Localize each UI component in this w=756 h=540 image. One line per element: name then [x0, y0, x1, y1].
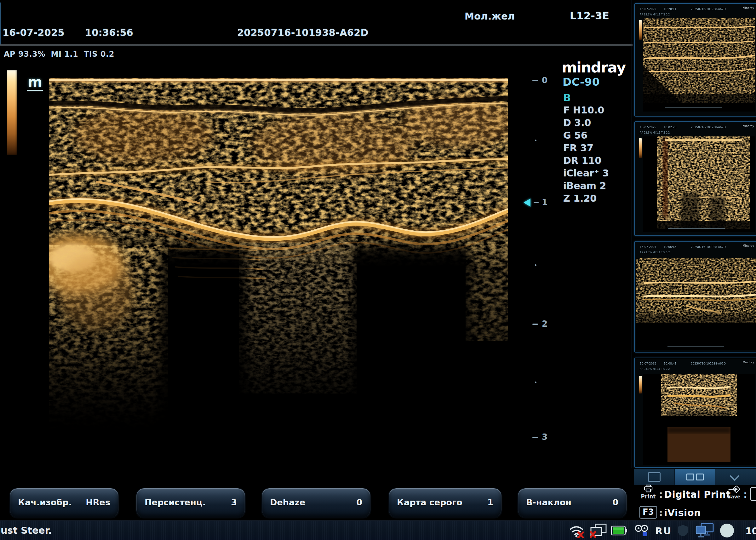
softkey-dehaze[interactable]: Dehaze 0	[261, 488, 371, 518]
thermal-index: TIS 0.2	[84, 50, 114, 59]
param-ibeam: iBeam 2	[563, 180, 609, 192]
thumb-date: 16-07-2025	[640, 362, 656, 365]
softkey-b-steer[interactable]: В-наклон 0	[517, 488, 627, 518]
thumb-brand: Mindray	[743, 124, 754, 128]
save-icon	[728, 485, 740, 493]
softkey-value: 1	[487, 488, 493, 517]
screen-edge-accent	[0, 3, 1, 46]
thumb-image	[643, 374, 755, 465]
keyboard-layout-indicator[interactable]: RU	[655, 525, 672, 537]
separator: :	[659, 489, 663, 500]
thumb-brand: Mindray	[743, 244, 754, 247]
thumb-colormap	[639, 138, 642, 158]
thumbnail-panel-divider	[632, 0, 632, 468]
thumb-id: 20250716-101938-A62D	[691, 8, 726, 11]
thumb-id: 20250716-101938-A62D	[691, 245, 726, 249]
thumb-date: 16-07-2025	[640, 245, 656, 249]
wifi-disconnected-icon	[569, 524, 584, 538]
ultrasound-image[interactable]	[49, 78, 508, 435]
save-key-label: Save	[726, 494, 742, 500]
thumb-acoustic: AP 93.3% MI 1.1 TIS 0.2	[640, 13, 670, 16]
softkey-label: Карта серого	[397, 488, 462, 517]
f3-key[interactable]: F3	[639, 506, 657, 519]
colormap-bar	[7, 70, 17, 155]
ruler-tick-0	[532, 80, 538, 81]
param-gain: G 56	[563, 129, 609, 142]
thumbnail-layout-tabs	[634, 469, 756, 485]
tab-single-view[interactable]	[634, 469, 675, 485]
dual-frame-icon	[687, 473, 694, 480]
ruler-label-0: 0	[542, 76, 548, 84]
thumb-brand: Mindray	[743, 6, 754, 9]
depth-ruler: 0 1 2 3	[523, 66, 564, 466]
clock: 10	[745, 525, 756, 537]
thumb-brand: Mindray	[743, 361, 754, 364]
thumb-time: 10:28:11	[664, 8, 676, 11]
thumb-image	[643, 18, 755, 111]
ultrasound-screen: Мол.жел L12-3E 16-07-2025 10:36:56 20250…	[0, 0, 756, 540]
brand-logo: mindray	[562, 59, 625, 76]
cine-record-icon	[634, 524, 650, 537]
acoustic-output-readout: AP 93.3% MI 1.1 TIS 0.2	[4, 50, 114, 59]
mechanical-index: MI 1.1	[51, 50, 78, 59]
thumb-colormap	[639, 376, 642, 393]
chevron-down-icon	[730, 471, 740, 481]
param-frame-rate: FR 37	[563, 142, 609, 154]
param-zoom: Z 1.20	[563, 192, 609, 205]
thumbnail-2[interactable]: 16-07-2025 10:02:23 20250716-101938-A62D…	[634, 121, 756, 236]
status-bar: ust Steer.	[0, 520, 756, 540]
acoustic-power: AP 93.3%	[4, 50, 45, 59]
thumb-time: 10:02:23	[664, 126, 676, 129]
thumb-id: 20250716-101938-A62D	[691, 362, 726, 365]
ruler-tick-3	[532, 437, 538, 438]
f3-action-label: iVision	[664, 507, 701, 518]
exam-date: 16-07-2025	[3, 27, 64, 38]
thumb-time: 10:08:41	[664, 362, 676, 365]
ruler-label-1: 1	[542, 198, 548, 206]
printer-icon	[644, 484, 653, 493]
thumb-image	[643, 136, 755, 232]
param-iclear: iClear⁺ 3	[563, 167, 609, 180]
ruler-halftick	[535, 264, 537, 266]
softkey-persistence[interactable]: Персистенц. 3	[136, 488, 246, 518]
thumbnail-4[interactable]: 16-07-2025 10:08:41 20250716-101938-A62D…	[634, 357, 756, 468]
exam-type-label: Мол.жел	[465, 11, 515, 22]
softkey-value: 0	[356, 488, 362, 517]
ruler-halftick	[535, 140, 537, 141]
param-dynamic-range: DR 110	[563, 154, 609, 167]
print-key[interactable]: Print	[640, 484, 657, 500]
tab-dual-view[interactable]	[675, 469, 715, 485]
status-message: ust Steer.	[1, 525, 52, 536]
ruler-halftick	[535, 381, 537, 383]
thumb-id: 20250716-101938-A62D	[691, 126, 726, 129]
param-depth: D 3.0	[563, 117, 609, 129]
focus-marker-icon[interactable]	[524, 199, 531, 207]
softkey-image-quality[interactable]: Кач.изобр. HRes	[9, 488, 119, 518]
clipped-shortcut-icon[interactable]	[750, 487, 756, 501]
tab-expand[interactable]	[715, 469, 756, 485]
thumb-colormap	[639, 20, 642, 40]
thumb-time: 10:06:46	[664, 245, 676, 249]
thumb-date: 16-07-2025	[640, 8, 656, 11]
machine-model: DC-90	[563, 75, 600, 88]
thumb-date: 16-07-2025	[640, 126, 656, 129]
print-action-label: Digital Print	[664, 489, 731, 500]
thumbnail-1[interactable]: 16-07-2025 10:28:11 20250716-101938-A62D…	[634, 3, 756, 117]
thumb-acoustic: AP 93.3% MI 1.1 TIS 0.2	[640, 131, 670, 134]
orientation-marker: m	[27, 75, 43, 91]
softkey-gray-map[interactable]: Карта серого 1	[388, 488, 502, 518]
separator: :	[659, 507, 663, 518]
shield-icon	[677, 524, 689, 537]
status-indicator-circle	[720, 524, 734, 537]
thumbnail-3[interactable]: 16-07-2025 10:06:46 20250716-101938-A62D…	[634, 241, 756, 352]
single-frame-icon	[648, 472, 661, 482]
ruler-tick-2	[532, 324, 538, 325]
battery-icon	[611, 525, 627, 536]
print-key-label: Print	[640, 493, 657, 500]
softkey-value: HRes	[86, 488, 110, 517]
thumb-image	[636, 258, 756, 350]
imaging-parameters: F H10.0 D 3.0 G 56 FR 37 DR 110 iClear⁺ …	[563, 104, 609, 205]
exam-time: 10:36:56	[85, 27, 133, 38]
save-key[interactable]: Save	[726, 485, 742, 500]
ruler-label-2: 2	[542, 320, 548, 328]
